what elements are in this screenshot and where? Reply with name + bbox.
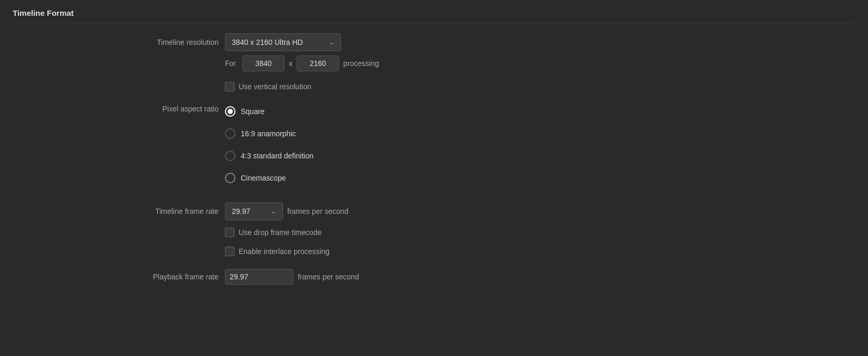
radio-square-label: Square bbox=[241, 107, 265, 116]
for-label: For bbox=[225, 59, 238, 68]
playback-frame-rate-row: Playback frame rate frames per second bbox=[97, 265, 855, 288]
pixel-aspect-options: Square 16:9 anamorphic 4:3 standard defi… bbox=[219, 100, 314, 189]
playback-frame-rate-label: Playback frame rate bbox=[97, 273, 219, 281]
radio-row-anamorphic: 16:9 anamorphic bbox=[225, 123, 314, 145]
radio-anamorphic[interactable] bbox=[225, 128, 235, 139]
radio-cinemascope[interactable] bbox=[225, 173, 235, 183]
use-vertical-resolution-row: Use vertical resolution bbox=[97, 77, 855, 96]
drop-frame-row: Use drop frame timecode bbox=[97, 223, 855, 242]
playback-frame-rate-input[interactable] bbox=[225, 269, 294, 285]
pixel-aspect-section: Pixel aspect ratio Square 16:9 anamorphi… bbox=[97, 100, 855, 195]
drop-frame-content: Use drop frame timecode bbox=[225, 228, 855, 237]
pixel-aspect-label: Pixel aspect ratio bbox=[97, 100, 219, 113]
frame-rate-dropdown[interactable]: 29.97 ⌄ bbox=[225, 202, 283, 220]
height-input[interactable] bbox=[297, 55, 339, 71]
use-vertical-label: Use vertical resolution bbox=[239, 82, 312, 91]
timeline-resolution-row: Timeline resolution 3840 x 2160 Ultra HD… bbox=[97, 31, 855, 54]
use-vertical-checkbox[interactable] bbox=[225, 82, 234, 91]
dropdown-value: 3840 x 2160 Ultra HD bbox=[232, 38, 303, 46]
radio-anamorphic-label: 16:9 anamorphic bbox=[241, 129, 296, 138]
interlace-row: Enable interlace processing bbox=[97, 242, 855, 261]
playback-frames-label: frames per second bbox=[298, 273, 359, 281]
timeline-frame-rate-label: Timeline frame rate bbox=[97, 207, 219, 216]
radio-row-sd: 4:3 standard definition bbox=[225, 145, 314, 167]
resolution-dimensions-content: For x processing bbox=[225, 55, 855, 71]
use-vertical-content: Use vertical resolution bbox=[225, 82, 855, 91]
width-input[interactable] bbox=[242, 55, 285, 71]
frame-rate-value: 29.97 bbox=[232, 207, 250, 216]
x-separator: x bbox=[289, 59, 293, 68]
timeline-resolution-content: 3840 x 2160 Ultra HD ⌄ bbox=[225, 33, 855, 51]
drop-frame-label: Use drop frame timecode bbox=[239, 228, 322, 237]
panel-title: Timeline Format bbox=[13, 8, 855, 23]
frames-per-second-label: frames per second bbox=[287, 207, 348, 216]
interlace-checkbox[interactable] bbox=[225, 247, 234, 256]
radio-sd[interactable] bbox=[225, 151, 235, 161]
radio-square[interactable] bbox=[225, 106, 235, 117]
interlace-content: Enable interlace processing bbox=[225, 247, 855, 256]
chevron-down-icon: ⌄ bbox=[329, 39, 334, 46]
processing-label: processing bbox=[343, 59, 379, 68]
radio-sd-label: 4:3 standard definition bbox=[241, 152, 314, 160]
radio-row-cinemascope: Cinemascope bbox=[225, 167, 314, 189]
timeline-format-panel: Timeline Format Timeline resolution 3840… bbox=[0, 0, 868, 356]
timeline-resolution-label: Timeline resolution bbox=[97, 38, 219, 46]
frame-rate-chevron-icon: ⌄ bbox=[271, 208, 276, 215]
playback-frame-rate-content: frames per second bbox=[225, 269, 855, 285]
timeline-frame-rate-row: Timeline frame rate 29.97 ⌄ frames per s… bbox=[97, 200, 855, 223]
interlace-label: Enable interlace processing bbox=[239, 247, 329, 256]
resolution-dimensions-row: For x processing bbox=[97, 52, 855, 75]
timeline-resolution-dropdown[interactable]: 3840 x 2160 Ultra HD ⌄ bbox=[225, 33, 341, 51]
timeline-frame-rate-content: 29.97 ⌄ frames per second bbox=[225, 202, 855, 220]
radio-cinemascope-label: Cinemascope bbox=[241, 174, 286, 182]
drop-frame-checkbox[interactable] bbox=[225, 228, 234, 237]
radio-row-square: Square bbox=[225, 100, 314, 123]
form-area: Timeline resolution 3840 x 2160 Ultra HD… bbox=[13, 31, 855, 288]
